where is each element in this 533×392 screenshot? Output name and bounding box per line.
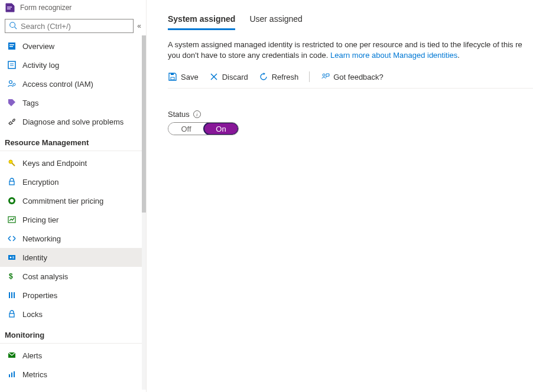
learn-more-link[interactable]: Learn more about Managed identities	[330, 51, 457, 60]
nav-item-label: Locks	[22, 310, 43, 319]
section-resource-management: Resource Management	[0, 131, 146, 151]
nav-cost-analysis[interactable]: $ Cost analysis	[0, 267, 146, 286]
svg-point-33	[323, 74, 325, 76]
pricing-tier-icon	[7, 215, 17, 224]
nav-item-label: Commitment tier pricing	[22, 197, 103, 205]
description-text-2: you don't have to store any credentials …	[168, 51, 330, 60]
svg-rect-28	[14, 371, 15, 377]
nav-item-label: Overview	[22, 42, 54, 51]
collapse-sidebar-button[interactable]: «	[137, 22, 141, 30]
form-recognizer-icon	[5, 2, 15, 13]
cost-icon: $	[7, 272, 17, 281]
nav-identity[interactable]: Identity	[0, 248, 146, 267]
identity-tabs: System assigned User assigned	[168, 14, 533, 30]
nav-networking[interactable]: Networking	[0, 229, 146, 248]
nav-activity-log[interactable]: Activity log	[0, 55, 146, 74]
nav-metrics[interactable]: Metrics	[0, 365, 146, 384]
nav-item-label: Activity log	[22, 61, 59, 70]
svg-rect-5	[8, 61, 15, 68]
nav-commitment-tier[interactable]: Commitment tier pricing	[0, 191, 146, 210]
nav-diagnose[interactable]: Diagnose and solve problems	[0, 112, 146, 131]
svg-rect-27	[11, 373, 12, 377]
svg-point-14	[10, 199, 14, 202]
status-toggle-on[interactable]: On	[203, 122, 239, 135]
svg-point-0	[10, 22, 15, 27]
feedback-icon	[320, 72, 330, 81]
discard-icon	[209, 72, 219, 81]
status-toggle-off[interactable]: Off	[168, 123, 204, 135]
tab-user-assigned[interactable]: User assigned	[249, 14, 303, 30]
nav-item-label: Access control (IAM)	[22, 80, 93, 89]
nav-encryption[interactable]: Encryption	[0, 172, 146, 191]
svg-line-11	[12, 163, 15, 166]
svg-point-9	[13, 83, 15, 86]
identity-description: A system assigned managed identity is re…	[168, 40, 533, 61]
toolbar: Save Discard Refresh Got feedback?	[168, 71, 533, 89]
svg-line-1	[15, 27, 17, 29]
svg-rect-12	[9, 181, 14, 185]
tab-system-assigned[interactable]: System assigned	[168, 14, 235, 30]
nav-alerts[interactable]: Alerts	[0, 346, 146, 365]
svg-rect-21	[9, 292, 10, 298]
svg-point-8	[9, 81, 12, 84]
nav-overview[interactable]: Overview	[0, 37, 146, 55]
description-text-1: A system assigned managed identity is re…	[168, 40, 522, 49]
discard-button[interactable]: Discard	[209, 72, 248, 81]
nav-tags[interactable]: Tags	[0, 93, 146, 112]
description-period: .	[457, 51, 460, 60]
diagnose-icon	[7, 117, 17, 126]
sidebar: Form recognizer « Overview Activity log …	[0, 0, 147, 392]
svg-rect-24	[9, 313, 14, 317]
nav-item-label: Alerts	[22, 351, 42, 360]
nav-locks[interactable]: Locks	[0, 305, 146, 324]
overview-icon	[7, 41, 17, 51]
info-icon[interactable]: i	[193, 110, 201, 118]
nav-item-label: Cost analysis	[22, 272, 68, 281]
save-button[interactable]: Save	[168, 72, 199, 81]
resource-heading: Form recognizer	[0, 0, 146, 15]
locks-icon	[7, 309, 17, 319]
refresh-icon	[259, 72, 268, 81]
identity-icon	[7, 253, 17, 262]
activity-log-icon	[7, 60, 17, 70]
nav-item-label: Diagnose and solve problems	[22, 117, 124, 126]
nav-item-label: Properties	[22, 291, 57, 300]
search-field[interactable]	[21, 22, 129, 31]
svg-rect-22	[11, 292, 12, 298]
nav-properties[interactable]: Properties	[0, 286, 146, 305]
svg-rect-29	[171, 77, 174, 80]
svg-rect-23	[14, 292, 15, 298]
resource-name: Form recognizer	[20, 4, 72, 12]
nav-item-label: Identity	[22, 253, 47, 262]
svg-rect-3	[9, 44, 14, 45]
svg-rect-30	[171, 73, 174, 75]
alerts-icon	[7, 351, 17, 360]
feedback-button[interactable]: Got feedback?	[320, 72, 384, 81]
discard-label: Discard	[222, 73, 248, 81]
status-block: Status i Off On	[168, 110, 533, 135]
svg-point-17	[10, 257, 12, 259]
svg-rect-16	[8, 255, 15, 260]
refresh-button[interactable]: Refresh	[259, 72, 299, 81]
sidebar-scrollbar[interactable]	[142, 35, 146, 390]
status-toggle[interactable]: Off On	[168, 122, 239, 135]
search-input[interactable]	[5, 19, 134, 33]
scrollbar-thumb[interactable]	[142, 35, 146, 213]
nav-access-control[interactable]: Access control (IAM)	[0, 74, 146, 93]
section-monitoring: Monitoring	[0, 324, 146, 344]
nav-item-label: Encryption	[22, 178, 58, 187]
commitment-icon	[7, 196, 17, 205]
encryption-icon	[7, 177, 17, 187]
svg-rect-26	[9, 374, 10, 377]
properties-icon	[7, 290, 17, 300]
refresh-label: Refresh	[272, 73, 299, 81]
networking-icon	[7, 234, 17, 243]
nav-pricing-tier[interactable]: Pricing tier	[0, 210, 146, 229]
main-content: System assigned User assigned A system a…	[147, 0, 533, 392]
nav-item-label: Keys and Endpoint	[22, 159, 87, 168]
feedback-label: Got feedback?	[333, 73, 384, 81]
nav-item-label: Tags	[22, 99, 38, 107]
nav-item-label: Metrics	[22, 370, 47, 379]
status-label: Status	[168, 110, 190, 119]
nav-keys-endpoint[interactable]: Keys and Endpoint	[0, 153, 146, 172]
